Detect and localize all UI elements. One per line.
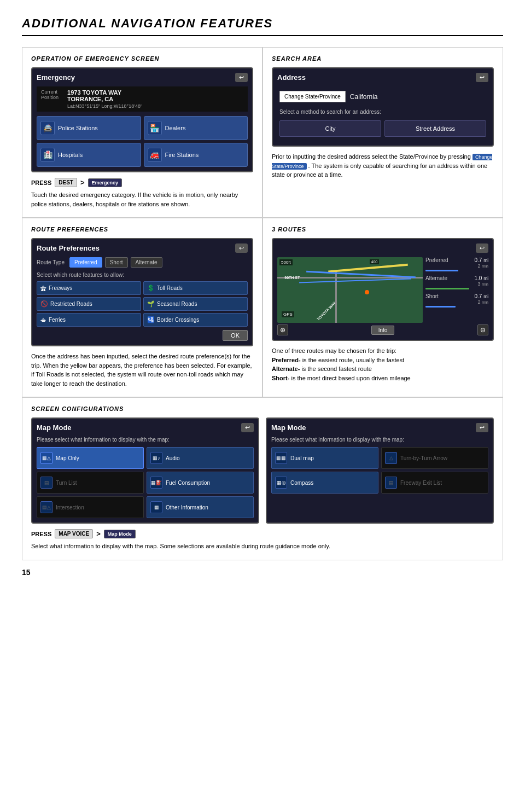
compass-btn[interactable]: ▦◎ Compass [271, 472, 378, 494]
mapmode-left-back[interactable]: ↩ [241, 423, 254, 432]
turn-arrow-btn[interactable]: △ Turn-by-Turn Arrow [381, 447, 488, 469]
address-line1: 1973 TOYOTA WAY [67, 89, 142, 96]
mapmode-screen-left: Map Mode ↩ Please select what informatio… [31, 417, 259, 524]
short-bar [425, 306, 456, 308]
toll-icon: 💲 [147, 285, 155, 292]
info-button[interactable]: Info [371, 326, 395, 335]
address-line2: TORRANCE, CA [67, 96, 142, 102]
current-label: Current [41, 89, 59, 95]
route-pref-body: Once the address has been inputted, sele… [31, 352, 253, 388]
dealers-button[interactable]: 🏪 Dealers [144, 116, 248, 140]
screen-config-section: SCREEN CONFIGURATIONS Map Mode ↩ Please … [22, 397, 503, 560]
seasonal-icon: 🌱 [147, 300, 155, 308]
screen-configs-grid: Map Mode ↩ Please select what informatio… [31, 417, 494, 524]
other-info-icon: ▦ [150, 501, 162, 513]
map-voice-key[interactable]: MAP VOICE [55, 529, 93, 538]
police-stations-button[interactable]: 🚔 Police Stations [37, 116, 141, 140]
border-crossings-btn[interactable]: 🛂 Border Crossings [143, 313, 248, 327]
address-back-button[interactable]: ↩ [476, 73, 488, 82]
route-pref-screen: Route Preferences ↩ Route Type Preferred… [31, 238, 253, 346]
three-routes-section: 3 ROUTES ↩ 500ft 90TH ST TOYOTA WAY [262, 218, 503, 397]
zoom-out-button[interactable]: ⊖ [477, 324, 488, 335]
short-desc-text: is the most direct based upon driven mil… [291, 375, 410, 381]
preferred-desc-text: is the easiest route, usually the fastes… [302, 357, 405, 363]
mapmode-right-title: Map Mode [271, 424, 306, 432]
freeway-exit-btn[interactable]: ▤ Freeway Exit List [381, 472, 488, 494]
police-icon: 🚔 [40, 121, 55, 135]
emergency-back-button[interactable]: ↩ [235, 73, 248, 82]
waypoint-label: TOYOTA WAY [316, 301, 336, 321]
freeway-exit-icon: ▤ [385, 477, 397, 489]
three-routes-body: One of three routes may be chosen for th… [272, 346, 494, 382]
gps-icon: GPS [282, 311, 294, 317]
audio-btn[interactable]: ▦♪ Audio [147, 447, 254, 469]
freeways-icon: 🛣 [40, 285, 46, 292]
press-label-mapmode: PRESS [31, 531, 51, 537]
map-mode-icon-btn[interactable]: Map Mode [104, 530, 136, 538]
search-body-text1: Prior to inputting the desired address s… [272, 153, 471, 160]
address-prompt: Select a method to search for an address… [279, 109, 486, 115]
route-pref-title: ROUTE PREFERENCES [31, 226, 253, 233]
alternate-route-row: Alternate 1.0 mi 3 min [425, 275, 488, 292]
ferries-icon: ⛴ [40, 317, 46, 323]
ferries-btn[interactable]: ⛴ Ferries [37, 313, 141, 327]
dest-key[interactable]: DEST [55, 178, 77, 187]
turn-arrow-icon: △ [385, 452, 397, 464]
zoom-in-button[interactable]: ⊕ [277, 324, 288, 335]
map-only-btn[interactable]: ▦△ Map Only [37, 447, 144, 469]
freeways-label: Freeways [49, 285, 72, 291]
alternate-route-btn[interactable]: Alternate [131, 257, 162, 268]
address-methods: City Street Address [279, 120, 486, 137]
other-info-btn[interactable]: ▦ Other Information [147, 496, 254, 518]
three-routes-screen: ↩ 500ft 90TH ST TOYOTA WAY GPS 400 [272, 238, 494, 341]
seasonal-roads-btn[interactable]: 🌱 Seasonal Roads [143, 297, 248, 311]
police-label: Police Stations [58, 125, 98, 131]
three-routes-back-button[interactable]: ↩ [476, 243, 488, 253]
hospitals-button[interactable]: 🏥 Hospitals [37, 143, 141, 167]
city-method-button[interactable]: City [279, 120, 381, 137]
route-pref-back-button[interactable]: ↩ [235, 243, 248, 253]
restricted-label: Restricted Roads [50, 301, 92, 307]
toll-roads-btn[interactable]: 💲 Toll Roads [143, 281, 248, 295]
route-type-label: Route Type [37, 259, 65, 265]
features-grid: 🛣 Freeways 💲 Toll Roads 🚫 Restricted Roa… [37, 281, 248, 327]
search-area-section: SEARCH AREA Address ↩ Change State/Provi… [262, 47, 503, 218]
short-dist: 0.7 mi [475, 293, 488, 299]
turn-list-btn[interactable]: ▤ Turn List [37, 472, 144, 494]
alternate-desc: Alternate- is the second fastest route [272, 364, 494, 374]
fire-stations-button[interactable]: 🚒 Fire Stations [144, 143, 248, 167]
short-route-row: Short 0.7 mi 2 min [425, 293, 488, 310]
map-only-icon: ▦△ [40, 452, 52, 464]
press-label-emergency: PRESS [31, 179, 51, 186]
intersection-btn[interactable]: ▤△ Intersection [37, 496, 144, 518]
fuel-icon: ▦⛽ [150, 477, 162, 489]
alternate-bold: Alternate- [272, 366, 300, 372]
compass-icon: ▦◎ [275, 477, 287, 489]
change-state-button[interactable]: Change State/Province [279, 91, 346, 102]
short-route-btn[interactable]: Short [105, 257, 128, 268]
fuel-btn[interactable]: ▦⛽ Fuel Consumption [147, 472, 254, 494]
state-value: California [350, 93, 378, 101]
mapmode-left-prompt: Please select what information to displa… [37, 437, 254, 443]
preferred-bar [425, 270, 458, 271]
freeways-btn[interactable]: 🛣 Freeways [37, 281, 141, 295]
dealers-label: Dealers [165, 125, 186, 131]
emergency-info: Current Position 1973 TOYOTA WAY TORRANC… [37, 86, 248, 112]
emergency-icon-btn[interactable]: Emergency [88, 178, 122, 187]
press-row-emergency: PRESS DEST > Emergency [31, 178, 253, 187]
preferred-route-btn[interactable]: Preferred [69, 257, 102, 268]
dual-map-btn[interactable]: ▦▦ Dual map [271, 447, 378, 469]
restricted-roads-btn[interactable]: 🚫 Restricted Roads [37, 297, 141, 311]
preferred-bold: Preferred- [272, 357, 301, 363]
fire-label: Fire Stations [165, 152, 199, 158]
ok-button[interactable]: OK [223, 330, 248, 341]
ferries-label: Ferries [49, 317, 66, 323]
short-name: Short [425, 293, 439, 299]
dealers-icon: 🏪 [148, 121, 162, 135]
address-row: Change State/Province California [279, 91, 486, 102]
street-method-button[interactable]: Street Address [384, 120, 486, 137]
search-area-title: SEARCH AREA [272, 55, 494, 62]
mapmode-right-back[interactable]: ↩ [476, 423, 488, 432]
toll-label: Toll Roads [157, 285, 183, 291]
emergency-screen: Emergency ↩ Current Position 1973 TOYOTA… [31, 67, 253, 172]
